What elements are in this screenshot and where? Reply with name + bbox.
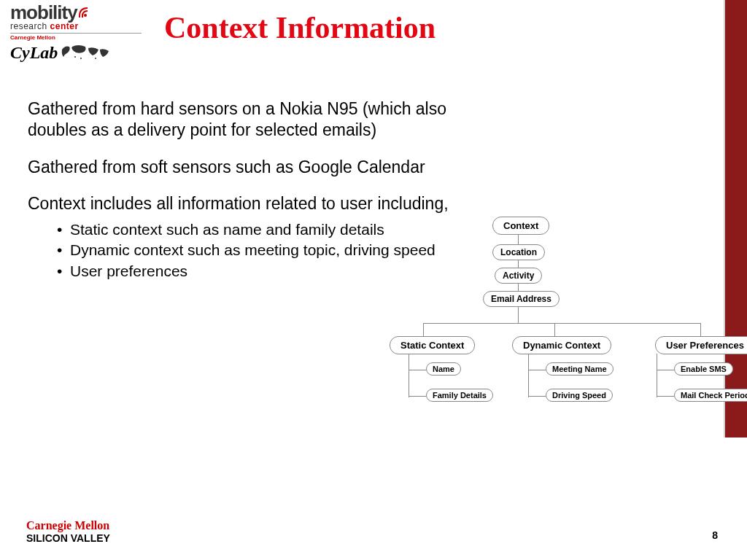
node-userprefs: User Preferences [655,336,747,354]
node-family: Family Details [426,389,493,402]
logo-divider [10,33,142,34]
node-meeting: Meeting Name [546,362,614,376]
paragraph-2: Gathered from soft sensors such as Googl… [28,157,509,178]
connector-line [528,370,546,370]
node-sms: Enable SMS [674,362,733,376]
cm-tiny-label: Carnegie Mellon [10,36,142,40]
wifi-icon [77,4,92,19]
cylab-word: CyLab [10,43,58,63]
svg-point-0 [84,14,87,17]
page-number: 8 [712,529,718,541]
node-driving: Driving Speed [546,389,613,402]
connector-line [518,284,519,291]
node-name: Name [426,362,461,376]
node-mailcheck: Mail Check Periodicity [674,389,747,402]
node-email: Email Address [483,291,560,307]
connector-line [528,354,529,397]
connector-line [528,396,546,397]
node-static: Static Context [390,336,475,354]
node-context: Context [492,217,549,235]
footer-logo: Carnegie Mellon SILICON VALLEY [26,519,110,544]
node-dynamic: Dynamic Context [512,336,611,354]
connector-line [518,260,519,268]
connector-line [657,396,674,397]
connector-line [409,370,426,370]
connector-line [409,396,426,397]
connector-line [518,307,519,323]
connector-line [409,354,409,397]
svg-point-2 [80,58,82,59]
paragraph-3: Context includes all information related… [28,193,509,214]
node-activity: Activity [495,268,542,284]
connector-line [657,354,657,397]
slide: mobility research center Carnegie Mellon… [0,0,747,560]
globe-map-icon [61,42,112,64]
svg-point-3 [95,58,96,59]
node-location: Location [492,244,545,260]
footer-sv: SILICON VALLEY [26,532,110,544]
mobility-sub-suffix: center [50,21,79,31]
mobility-logo: mobility [10,4,142,21]
connector-line [554,323,555,336]
connector-line [657,370,674,370]
top-logo-stack: mobility research center Carnegie Mellon… [10,4,142,64]
connector-line [423,323,700,324]
mobility-word: mobility [10,1,77,23]
cylab-logo: CyLab [10,42,142,64]
footer-cm: Carnegie Mellon [26,519,110,532]
paragraph-1: Gathered from hard sensors on a Nokia N9… [28,98,509,141]
connector-line [518,234,519,244]
connector-line [423,323,424,336]
mobility-sub-prefix: research [10,21,47,31]
slide-title: Context Information [164,10,436,45]
mobility-sub: research center [10,21,142,31]
connector-line [700,323,701,336]
svg-point-1 [74,56,76,58]
context-diagram: Context Location Activity Email Address … [409,215,729,478]
